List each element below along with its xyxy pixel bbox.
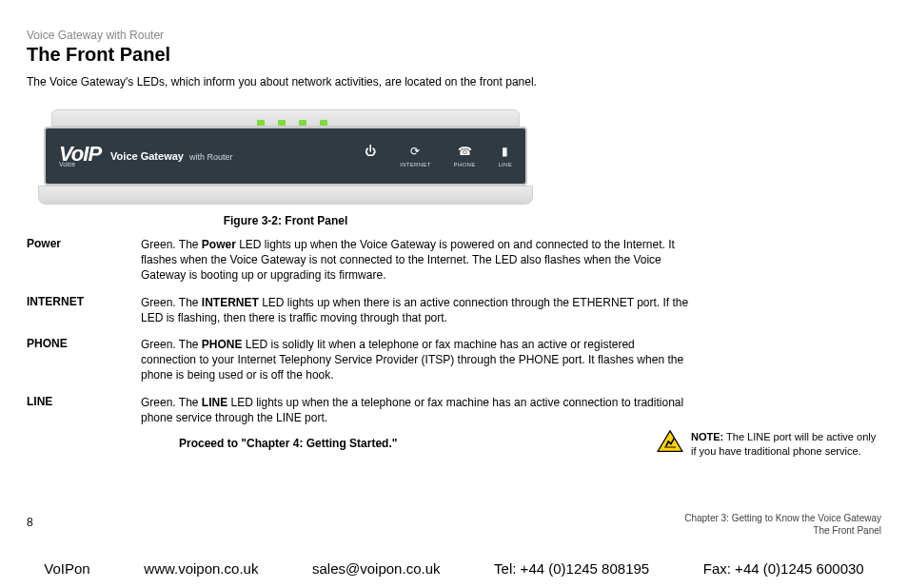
- page-title: The Front Panel: [27, 44, 881, 66]
- definition-row: LINEGreen. The LINE LED lights up when t…: [27, 395, 693, 425]
- definition-body: Green. The Power LED lights up when the …: [141, 237, 693, 284]
- led-indicator: [257, 120, 265, 126]
- definition-body: Green. The LINE LED lights up when the a…: [141, 395, 693, 425]
- phone-icon: ☎: [458, 145, 471, 158]
- led-indicator: [320, 120, 327, 126]
- definition-bold: PHONE: [202, 338, 243, 351]
- definition-row: PowerGreen. The Power LED lights up when…: [27, 237, 693, 284]
- device-leds: [257, 120, 327, 126]
- footer-fax: Fax: +44 (0)1245 600030: [703, 560, 864, 577]
- chapter-reference: Chapter 3: Getting to Know the Voice Gat…: [684, 512, 881, 537]
- logo-main: VoIP: [59, 146, 101, 163]
- device-face: VoIP Voice Voice Gateway with Router ⏻⟳I…: [44, 127, 527, 186]
- definition-term: INTERNET: [27, 295, 141, 325]
- breadcrumb: Voice Gateway with Router: [27, 29, 881, 42]
- definition-term: Power: [27, 237, 141, 284]
- definition-list: PowerGreen. The Power LED lights up when…: [27, 237, 693, 425]
- led-indicator: [299, 120, 306, 126]
- footer-email: sales@voipon.co.uk: [312, 560, 440, 577]
- device-icon-label: PHONE: [454, 162, 476, 167]
- note-text: NOTE: The LINE port will be active only …: [691, 430, 881, 459]
- chapter-line1: Chapter 3: Getting to Know the Voice Gat…: [684, 512, 881, 524]
- definition-bold: Power: [202, 238, 236, 251]
- footer-website: www.voipon.co.uk: [144, 560, 258, 577]
- device-base: [38, 186, 533, 205]
- definition-term: PHONE: [27, 337, 141, 383]
- definition-row: INTERNETGreen. The INTERNET LED lights u…: [27, 295, 693, 325]
- figure-wrap: VoIP Voice Voice Gateway with Router ⏻⟳I…: [27, 102, 881, 227]
- tagline-bold: Voice Gateway: [110, 150, 184, 162]
- device-top: [51, 109, 520, 127]
- definition-bold: INTERNET: [202, 296, 259, 309]
- definition-body: Green. The PHONE LED is solidly lit when…: [141, 337, 693, 383]
- definition-bold: LINE: [202, 396, 227, 409]
- note-box: NOTE: The LINE port will be active only …: [657, 430, 881, 459]
- definition-row: PHONEGreen. The PHONE LED is solidly lit…: [27, 337, 693, 383]
- led-indicator: [278, 120, 286, 126]
- device-icon-col: ▮LINE: [498, 145, 512, 167]
- footer-tel: Tel: +44 (0)1245 808195: [494, 560, 649, 577]
- svg-marker-0: [658, 431, 682, 451]
- device-icon-col: ⏻: [364, 145, 377, 162]
- line-icon: ▮: [499, 145, 512, 158]
- device-icon-label: LINE: [498, 162, 512, 167]
- intro-text: The Voice Gateway's LEDs, which inform y…: [27, 75, 881, 88]
- device-icon-label: INTERNET: [400, 162, 430, 167]
- note-label: NOTE:: [691, 431, 723, 442]
- device-illustration: VoIP Voice Voice Gateway with Router ⏻⟳I…: [38, 102, 533, 208]
- chapter-line2: The Front Panel: [684, 524, 881, 537]
- page-footer: VoIPon www.voipon.co.uk sales@voipon.co.…: [0, 560, 908, 577]
- tagline-rest: with Router: [189, 152, 233, 162]
- power-icon: ⏻: [364, 145, 377, 158]
- definition-body: Green. The INTERNET LED lights up when t…: [141, 295, 693, 325]
- figure-caption: Figure 3-2: Front Panel: [38, 214, 533, 227]
- definition-term: LINE: [27, 395, 141, 425]
- page-number: 8: [27, 516, 33, 529]
- warning-icon: [657, 430, 683, 453]
- footer-company: VoIPon: [44, 560, 89, 577]
- device-tagline: Voice Gateway with Router: [110, 150, 232, 162]
- device-logo: VoIP Voice: [59, 146, 101, 167]
- device-icons-row: ⏻⟳INTERNET☎PHONE▮LINE: [364, 145, 512, 167]
- device-icon-col: ☎PHONE: [454, 145, 476, 167]
- device-icon-col: ⟳INTERNET: [400, 145, 430, 167]
- internet-icon: ⟳: [408, 145, 422, 158]
